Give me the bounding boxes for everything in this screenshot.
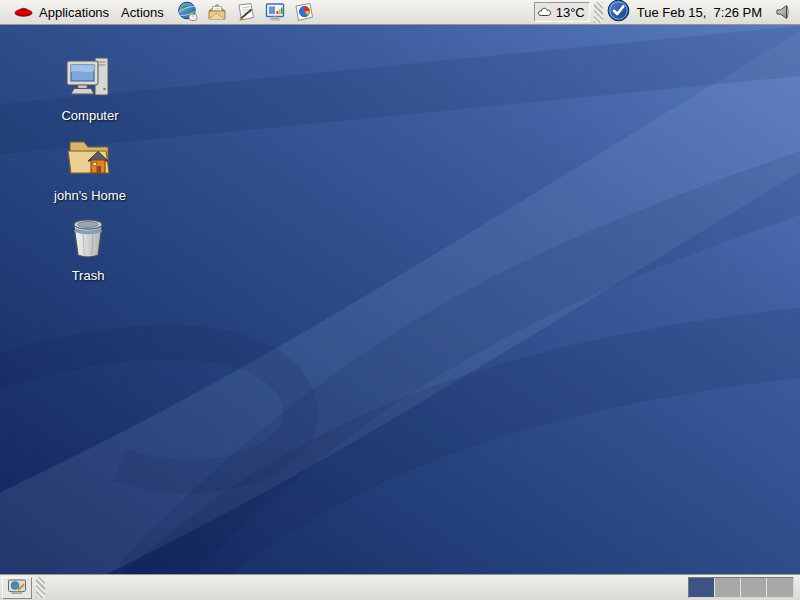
bottom-panel <box>0 574 800 600</box>
top-panel: Applications Actions <box>0 0 800 25</box>
actions-menu[interactable]: Actions <box>115 3 170 22</box>
spreadsheet-icon[interactable] <box>292 0 316 24</box>
desktop-icon-label: Trash <box>70 268 107 283</box>
trash-icon <box>40 213 136 265</box>
panel-right-applets: 13°C Tue Feb 15, 7:26 PM <box>534 0 796 26</box>
applications-menu-label: Applications <box>39 5 109 20</box>
workspace-1[interactable] <box>689 578 715 597</box>
show-desktop-icon <box>7 578 27 598</box>
presentation-icon[interactable] <box>263 0 287 24</box>
weather-temperature: 13°C <box>556 5 585 20</box>
email-icon[interactable] <box>205 0 229 24</box>
weather-applet[interactable]: 13°C <box>534 2 590 22</box>
desktop-icon-label: Computer <box>59 108 120 123</box>
applications-menu[interactable]: Applications <box>8 1 115 23</box>
desktop-background[interactable]: Computer john's Home <box>0 25 800 574</box>
actions-menu-label: Actions <box>121 5 164 20</box>
web-browser-icon[interactable] <box>176 0 200 24</box>
window-list-drag-handle[interactable] <box>36 577 45 598</box>
panel-launchers <box>176 0 316 24</box>
computer-icon <box>42 53 138 105</box>
workspace-3[interactable] <box>741 578 767 597</box>
update-check-icon[interactable] <box>607 0 630 26</box>
home-folder-icon <box>42 133 138 185</box>
show-desktop-button[interactable] <box>2 577 32 599</box>
redhat-menu-icon <box>14 3 33 21</box>
workspace-2[interactable] <box>715 578 741 597</box>
applet-drag-handle[interactable] <box>594 2 603 23</box>
desktop-icon-home[interactable]: john's Home <box>42 133 138 204</box>
workspace-4[interactable] <box>767 578 793 597</box>
desktop-icon-trash[interactable]: Trash <box>40 213 136 284</box>
desktop-icon-label: john's Home <box>52 188 128 203</box>
desktop-icon-computer[interactable]: Computer <box>42 53 138 124</box>
weather-cloud-icon <box>537 4 554 21</box>
clock[interactable]: Tue Feb 15, 7:26 PM <box>637 5 762 20</box>
workspace-switcher <box>688 577 794 598</box>
speaker-icon[interactable] <box>774 3 792 21</box>
word-processor-icon[interactable] <box>234 0 258 24</box>
